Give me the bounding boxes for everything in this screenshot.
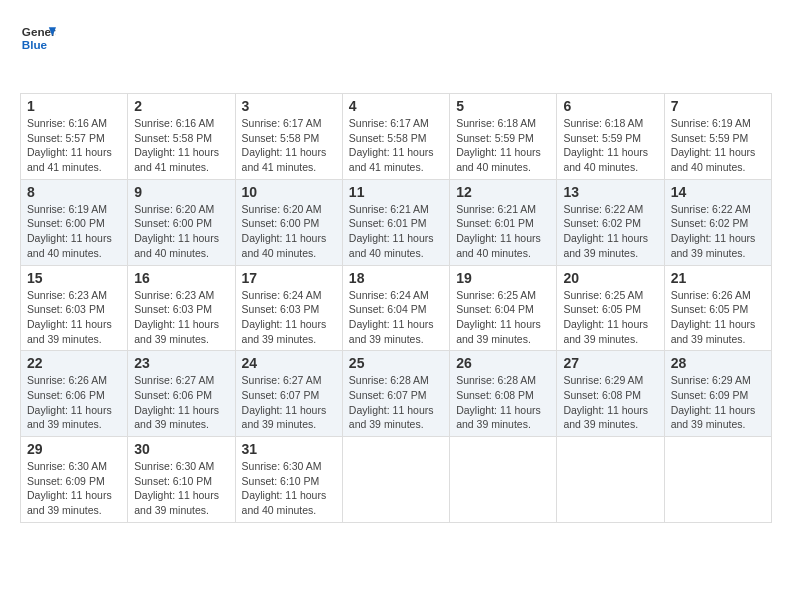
- day-cell-30: 30 Sunrise: 6:30 AM Sunset: 6:10 PM Dayl…: [128, 437, 235, 523]
- day-number: 9: [134, 184, 228, 200]
- day-info: Sunrise: 6:30 AM Sunset: 6:10 PM Dayligh…: [134, 459, 228, 518]
- empty-cell: [664, 437, 771, 523]
- day-info: Sunrise: 6:16 AM Sunset: 5:58 PM Dayligh…: [134, 116, 228, 175]
- day-number: 18: [349, 270, 443, 286]
- day-cell-22: 22 Sunrise: 6:26 AM Sunset: 6:06 PM Dayl…: [21, 351, 128, 437]
- day-number: 10: [242, 184, 336, 200]
- day-number: 6: [563, 98, 657, 114]
- day-cell-7: 7 Sunrise: 6:19 AM Sunset: 5:59 PM Dayli…: [664, 94, 771, 180]
- day-number: 4: [349, 98, 443, 114]
- day-number: 12: [456, 184, 550, 200]
- day-info: Sunrise: 6:17 AM Sunset: 5:58 PM Dayligh…: [349, 116, 443, 175]
- day-cell-21: 21 Sunrise: 6:26 AM Sunset: 6:05 PM Dayl…: [664, 265, 771, 351]
- column-header-friday: Friday: [557, 66, 664, 94]
- day-info: Sunrise: 6:30 AM Sunset: 6:10 PM Dayligh…: [242, 459, 336, 518]
- svg-text:Blue: Blue: [22, 38, 48, 51]
- day-number: 14: [671, 184, 765, 200]
- day-cell-2: 2 Sunrise: 6:16 AM Sunset: 5:58 PM Dayli…: [128, 94, 235, 180]
- column-header-tuesday: Tuesday: [235, 66, 342, 94]
- day-info: Sunrise: 6:24 AM Sunset: 6:04 PM Dayligh…: [349, 288, 443, 347]
- day-info: Sunrise: 6:21 AM Sunset: 6:01 PM Dayligh…: [456, 202, 550, 261]
- day-cell-24: 24 Sunrise: 6:27 AM Sunset: 6:07 PM Dayl…: [235, 351, 342, 437]
- day-info: Sunrise: 6:27 AM Sunset: 6:07 PM Dayligh…: [242, 373, 336, 432]
- day-number: 3: [242, 98, 336, 114]
- day-number: 7: [671, 98, 765, 114]
- day-number: 28: [671, 355, 765, 371]
- day-cell-18: 18 Sunrise: 6:24 AM Sunset: 6:04 PM Dayl…: [342, 265, 449, 351]
- day-number: 25: [349, 355, 443, 371]
- day-number: 19: [456, 270, 550, 286]
- day-cell-28: 28 Sunrise: 6:29 AM Sunset: 6:09 PM Dayl…: [664, 351, 771, 437]
- day-cell-25: 25 Sunrise: 6:28 AM Sunset: 6:07 PM Dayl…: [342, 351, 449, 437]
- day-number: 23: [134, 355, 228, 371]
- week-row-2: 8 Sunrise: 6:19 AM Sunset: 6:00 PM Dayli…: [21, 179, 772, 265]
- logo: General Blue: [20, 20, 56, 56]
- day-number: 11: [349, 184, 443, 200]
- day-number: 13: [563, 184, 657, 200]
- empty-cell: [450, 437, 557, 523]
- day-info: Sunrise: 6:26 AM Sunset: 6:06 PM Dayligh…: [27, 373, 121, 432]
- day-cell-17: 17 Sunrise: 6:24 AM Sunset: 6:03 PM Dayl…: [235, 265, 342, 351]
- page-header: General Blue: [20, 20, 772, 56]
- day-cell-14: 14 Sunrise: 6:22 AM Sunset: 6:02 PM Dayl…: [664, 179, 771, 265]
- day-number: 21: [671, 270, 765, 286]
- day-info: Sunrise: 6:22 AM Sunset: 6:02 PM Dayligh…: [671, 202, 765, 261]
- day-cell-5: 5 Sunrise: 6:18 AM Sunset: 5:59 PM Dayli…: [450, 94, 557, 180]
- day-info: Sunrise: 6:26 AM Sunset: 6:05 PM Dayligh…: [671, 288, 765, 347]
- day-info: Sunrise: 6:25 AM Sunset: 6:05 PM Dayligh…: [563, 288, 657, 347]
- day-info: Sunrise: 6:29 AM Sunset: 6:09 PM Dayligh…: [671, 373, 765, 432]
- week-row-4: 22 Sunrise: 6:26 AM Sunset: 6:06 PM Dayl…: [21, 351, 772, 437]
- week-row-3: 15 Sunrise: 6:23 AM Sunset: 6:03 PM Dayl…: [21, 265, 772, 351]
- day-cell-15: 15 Sunrise: 6:23 AM Sunset: 6:03 PM Dayl…: [21, 265, 128, 351]
- day-info: Sunrise: 6:21 AM Sunset: 6:01 PM Dayligh…: [349, 202, 443, 261]
- day-info: Sunrise: 6:29 AM Sunset: 6:08 PM Dayligh…: [563, 373, 657, 432]
- day-number: 16: [134, 270, 228, 286]
- day-info: Sunrise: 6:30 AM Sunset: 6:09 PM Dayligh…: [27, 459, 121, 518]
- day-number: 29: [27, 441, 121, 457]
- day-cell-1: 1 Sunrise: 6:16 AM Sunset: 5:57 PM Dayli…: [21, 94, 128, 180]
- day-info: Sunrise: 6:16 AM Sunset: 5:57 PM Dayligh…: [27, 116, 121, 175]
- day-info: Sunrise: 6:25 AM Sunset: 6:04 PM Dayligh…: [456, 288, 550, 347]
- column-header-saturday: Saturday: [664, 66, 771, 94]
- logo-icon: General Blue: [20, 20, 56, 56]
- day-cell-23: 23 Sunrise: 6:27 AM Sunset: 6:06 PM Dayl…: [128, 351, 235, 437]
- day-cell-8: 8 Sunrise: 6:19 AM Sunset: 6:00 PM Dayli…: [21, 179, 128, 265]
- day-number: 15: [27, 270, 121, 286]
- day-cell-4: 4 Sunrise: 6:17 AM Sunset: 5:58 PM Dayli…: [342, 94, 449, 180]
- day-number: 22: [27, 355, 121, 371]
- day-number: 26: [456, 355, 550, 371]
- day-info: Sunrise: 6:22 AM Sunset: 6:02 PM Dayligh…: [563, 202, 657, 261]
- day-info: Sunrise: 6:17 AM Sunset: 5:58 PM Dayligh…: [242, 116, 336, 175]
- header-row: SundayMondayTuesdayWednesdayThursdayFrid…: [21, 66, 772, 94]
- day-cell-27: 27 Sunrise: 6:29 AM Sunset: 6:08 PM Dayl…: [557, 351, 664, 437]
- day-cell-31: 31 Sunrise: 6:30 AM Sunset: 6:10 PM Dayl…: [235, 437, 342, 523]
- day-number: 20: [563, 270, 657, 286]
- day-number: 24: [242, 355, 336, 371]
- column-header-wednesday: Wednesday: [342, 66, 449, 94]
- column-header-thursday: Thursday: [450, 66, 557, 94]
- day-cell-13: 13 Sunrise: 6:22 AM Sunset: 6:02 PM Dayl…: [557, 179, 664, 265]
- day-number: 1: [27, 98, 121, 114]
- column-header-monday: Monday: [128, 66, 235, 94]
- empty-cell: [557, 437, 664, 523]
- week-row-5: 29 Sunrise: 6:30 AM Sunset: 6:09 PM Dayl…: [21, 437, 772, 523]
- day-cell-10: 10 Sunrise: 6:20 AM Sunset: 6:00 PM Dayl…: [235, 179, 342, 265]
- day-number: 31: [242, 441, 336, 457]
- day-cell-9: 9 Sunrise: 6:20 AM Sunset: 6:00 PM Dayli…: [128, 179, 235, 265]
- day-info: Sunrise: 6:24 AM Sunset: 6:03 PM Dayligh…: [242, 288, 336, 347]
- day-cell-6: 6 Sunrise: 6:18 AM Sunset: 5:59 PM Dayli…: [557, 94, 664, 180]
- day-info: Sunrise: 6:28 AM Sunset: 6:07 PM Dayligh…: [349, 373, 443, 432]
- day-number: 17: [242, 270, 336, 286]
- day-cell-20: 20 Sunrise: 6:25 AM Sunset: 6:05 PM Dayl…: [557, 265, 664, 351]
- day-cell-11: 11 Sunrise: 6:21 AM Sunset: 6:01 PM Dayl…: [342, 179, 449, 265]
- empty-cell: [342, 437, 449, 523]
- day-info: Sunrise: 6:23 AM Sunset: 6:03 PM Dayligh…: [27, 288, 121, 347]
- day-info: Sunrise: 6:19 AM Sunset: 6:00 PM Dayligh…: [27, 202, 121, 261]
- day-number: 5: [456, 98, 550, 114]
- day-info: Sunrise: 6:19 AM Sunset: 5:59 PM Dayligh…: [671, 116, 765, 175]
- day-cell-19: 19 Sunrise: 6:25 AM Sunset: 6:04 PM Dayl…: [450, 265, 557, 351]
- day-info: Sunrise: 6:18 AM Sunset: 5:59 PM Dayligh…: [563, 116, 657, 175]
- day-number: 2: [134, 98, 228, 114]
- day-info: Sunrise: 6:20 AM Sunset: 6:00 PM Dayligh…: [242, 202, 336, 261]
- day-cell-3: 3 Sunrise: 6:17 AM Sunset: 5:58 PM Dayli…: [235, 94, 342, 180]
